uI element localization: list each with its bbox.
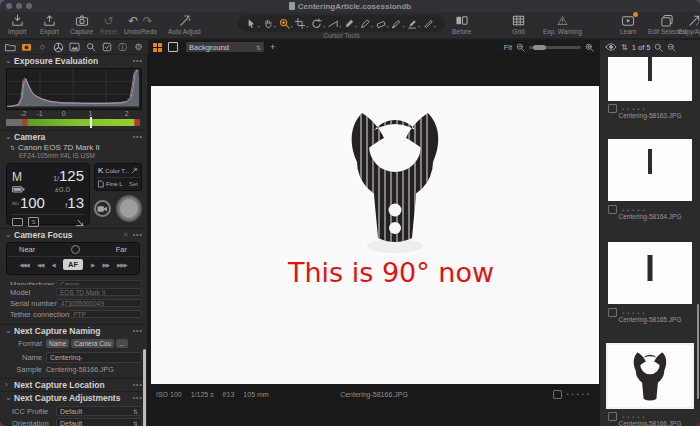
metering-icon[interactable]: [75, 218, 84, 227]
focus-near-small-button[interactable]: ◀: [52, 262, 55, 268]
pan-tool[interactable]: ▾: [263, 18, 276, 29]
camera-panel-header[interactable]: ⌄ Camera •••: [0, 130, 148, 142]
gradient-mask-tool[interactable]: ▾: [423, 18, 436, 29]
rating-dots[interactable]: •••••: [622, 310, 648, 316]
exposure-warning-toggle[interactable]: ⚠ Exp. Warning: [543, 14, 582, 35]
white-balance-button[interactable]: K Color T...: [95, 164, 141, 178]
search-icon[interactable]: [654, 43, 663, 52]
draw-mask-tool[interactable]: ▾: [344, 18, 357, 29]
auto-adjust-button[interactable]: Auto Adjust: [168, 14, 201, 35]
lens-tab-icon[interactable]: ○: [37, 42, 48, 53]
eraser-tool[interactable]: ▾: [376, 18, 389, 29]
format-token-name[interactable]: Name: [46, 339, 69, 348]
eye-icon[interactable]: [605, 42, 617, 52]
panel-menu-icon[interactable]: •••: [133, 327, 143, 334]
rating-dots[interactable]: •••••: [566, 391, 592, 397]
panel-menu-icon[interactable]: •••: [133, 381, 143, 388]
live-view-button[interactable]: [94, 200, 111, 217]
panel-menu-icon[interactable]: •••: [133, 57, 143, 64]
zoom-in-icon[interactable]: [585, 43, 594, 52]
zoom-out-icon[interactable]: [516, 43, 525, 52]
before-toggle[interactable]: Before: [452, 14, 471, 35]
color-tab-wheel-icon[interactable]: [53, 42, 64, 53]
iso-value[interactable]: ISO100: [12, 194, 45, 212]
thumbnail-58166-selected[interactable]: [608, 345, 692, 407]
settings-tab-gear-icon[interactable]: ⚙: [133, 42, 144, 53]
next-capture-adjustments-header[interactable]: ⌄ Next Capture Adjustments •••: [0, 391, 148, 403]
thumbnail-58163[interactable]: [608, 57, 692, 101]
thumbnail-58165[interactable]: [608, 242, 692, 304]
browser-scrollbar[interactable]: [697, 304, 699, 399]
capture-shutter-button[interactable]: [116, 195, 142, 222]
capture-button[interactable]: Capture: [70, 14, 93, 35]
browser-zoom-icon[interactable]: [667, 43, 676, 52]
grid-toggle[interactable]: Grid: [512, 14, 525, 35]
rotate-tool[interactable]: ▾: [311, 18, 325, 29]
tag-checkbox[interactable]: [553, 390, 562, 399]
capture-name-input[interactable]: [46, 352, 142, 363]
thumbnail-58164[interactable]: [608, 139, 692, 201]
file-format-button[interactable]: Fine L Set: [95, 178, 141, 190]
panel-menu-icon[interactable]: •••: [133, 231, 143, 238]
focus-far-medium-button[interactable]: ▶▶: [102, 262, 108, 268]
reset-button[interactable]: ↺ Reset: [100, 14, 117, 35]
aperture-value[interactable]: f13: [65, 194, 84, 212]
crop-tool[interactable]: ▾: [295, 18, 308, 29]
layer-select[interactable]: Background⇅: [185, 41, 265, 53]
learn-button[interactable]: Learn: [620, 14, 637, 35]
straighten-tool[interactable]: ▾: [328, 18, 341, 29]
camera-focus-header[interactable]: ⌄ Camera Focus ≡ •••: [0, 228, 148, 240]
clamp-hole-top: [389, 204, 402, 217]
format-token-counter[interactable]: Camera Cou: [71, 339, 114, 348]
next-capture-naming-header[interactable]: ⌄ Next Capture Naming •••: [0, 324, 148, 336]
zoom-slider[interactable]: [529, 46, 581, 49]
rating-dots[interactable]: •••••: [622, 207, 648, 213]
icc-profile-select[interactable]: Default⇅: [56, 406, 142, 416]
metadata-tab-info-icon[interactable]: ⓘ: [117, 42, 128, 53]
details-tab-loupe-icon[interactable]: [85, 42, 96, 53]
capture-tab-camera-icon[interactable]: [21, 42, 32, 53]
library-tab-folder-icon[interactable]: [5, 42, 16, 53]
import-button[interactable]: Import: [8, 14, 26, 35]
select-tool[interactable]: ▾: [247, 18, 260, 29]
orientation-select[interactable]: Default⇅: [56, 418, 142, 426]
picker-icon[interactable]: [131, 167, 138, 174]
undo-redo-buttons[interactable]: ↶ ↷ Undo/Redo: [124, 14, 157, 35]
viewer-photo[interactable]: This is 90° now: [151, 86, 599, 384]
left-panel-scrollbar[interactable]: [143, 349, 146, 426]
next-capture-location-header[interactable]: › Next Capture Location •••: [0, 378, 148, 390]
focus-far-small-button[interactable]: ▶: [91, 262, 94, 268]
sort-icon[interactable]: ⇅: [621, 43, 628, 52]
panel-menu-icon[interactable]: •••: [133, 133, 143, 140]
browser-view-icon[interactable]: [153, 43, 162, 52]
heal-tool[interactable]: ▾: [391, 18, 404, 29]
exposure-tab-icon[interactable]: [69, 42, 80, 53]
adjustments-tab-icon[interactable]: [101, 42, 112, 53]
export-button[interactable]: Export: [40, 14, 59, 35]
exposure-evaluation-header[interactable]: ⌄ Exposure Evaluation •••: [0, 54, 148, 66]
autofocus-button[interactable]: AF: [63, 259, 83, 270]
copy-apply-button[interactable]: Copy/Apply: [678, 14, 700, 35]
zoom-tool[interactable]: ▾: [279, 18, 293, 29]
single-shot-icon[interactable]: S: [28, 217, 39, 227]
shutter-speed[interactable]: 1/125: [53, 167, 84, 185]
add-layer-button[interactable]: +: [270, 42, 275, 52]
zoom-slider-thumb[interactable]: [533, 45, 546, 50]
camera-model-select[interactable]: ⇅ Canon EOS 7D Mark II: [10, 143, 148, 152]
focus-near-large-button[interactable]: ◀◀◀: [19, 262, 29, 268]
panel-list-icon[interactable]: ≡: [124, 231, 128, 238]
exposure-mode[interactable]: M: [12, 170, 22, 184]
rating-dots[interactable]: •••••: [622, 414, 648, 420]
clone-tool[interactable]: ▾: [407, 18, 420, 29]
import-icon: [11, 14, 24, 27]
focus-far-large-button[interactable]: ▶▶▶: [117, 262, 127, 268]
panel-menu-icon[interactable]: •••: [133, 394, 143, 401]
fit-label: Fit: [504, 43, 512, 52]
viewer-view-icon[interactable]: [168, 42, 178, 52]
focus-near-medium-button[interactable]: ◀◀: [37, 262, 43, 268]
format-more-button[interactable]: ...: [116, 339, 127, 348]
erase-mask-tool[interactable]: ▾: [360, 18, 373, 29]
exposure-compensation[interactable]: ±0.0: [54, 185, 70, 194]
rating-dots[interactable]: •••••: [622, 106, 648, 112]
drive-mode-icon[interactable]: [12, 218, 23, 226]
